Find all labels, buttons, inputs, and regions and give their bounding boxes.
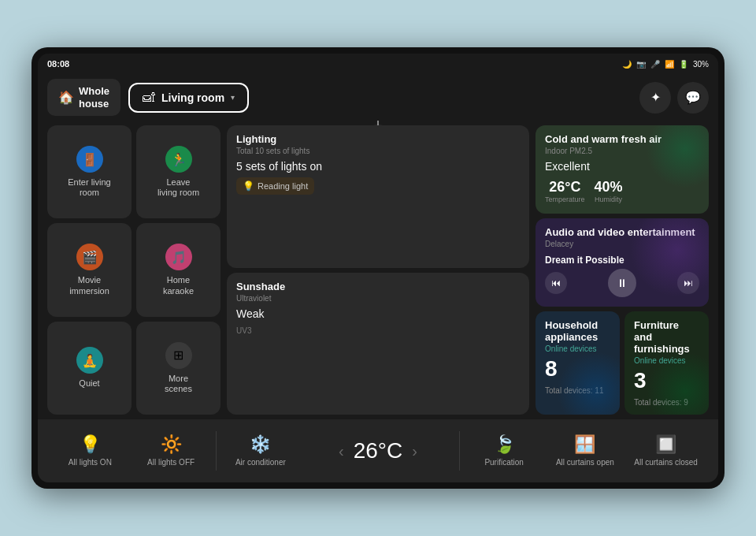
nav-bar: 🏠 Whole house 🛋 Living room ▾ ✦ 💬	[38, 74, 718, 121]
scene-movie[interactable]: 🎬 Movieimmersion	[47, 223, 132, 316]
scene-quiet[interactable]: 🧘 Quiet	[47, 322, 132, 415]
sofa-icon: 🛋	[143, 91, 155, 105]
temperature-control: ‹ 26°C ›	[305, 438, 451, 463]
message-button[interactable]: 💬	[677, 82, 709, 114]
temperature-label: Temperature	[545, 195, 585, 203]
temperature-display: 26°C	[354, 438, 403, 463]
sunshade-title: Sunshade	[236, 281, 520, 292]
prev-button[interactable]: ⏮	[545, 272, 567, 294]
whole-house-button[interactable]: 🏠 Whole house	[47, 79, 120, 116]
furniture-total: Total devices: 9	[634, 398, 699, 407]
purification-label: Purification	[484, 458, 523, 467]
all-lights-on-label: All lights ON	[69, 458, 112, 467]
chevron-down-icon: ▾	[231, 93, 235, 102]
air-subtitle: Indoor PM2.5	[545, 147, 699, 155]
right-bottom-row: Household appliances Online devices 8 To…	[536, 311, 709, 415]
quiet-icon: 🧘	[76, 347, 103, 374]
humidity-label: Humidity	[595, 195, 622, 203]
scene-movie-label: Movieimmersion	[69, 275, 109, 296]
scene-enter-label: Enter livingroom	[68, 177, 110, 198]
appliances-card: Household appliances Online devices 8 To…	[536, 311, 620, 415]
lighting-title: Lighting	[236, 133, 520, 145]
curtains-open-label: All curtains open	[556, 458, 614, 467]
living-room-label: Living room	[161, 91, 224, 104]
air-conditioner-button[interactable]: ❄️ Air conditioner	[224, 434, 298, 467]
all-lights-off-button[interactable]: 🔆 All lights OFF	[135, 434, 208, 467]
leave-icon: 🏃	[165, 146, 192, 173]
curtains-closed-button[interactable]: 🔲 All curtains closed	[629, 434, 702, 467]
device-frame: 08:08 🌙 📷 🎤 📶 🔋 30% 🏠 Whole house 🛋	[32, 47, 724, 489]
audio-card: Audio and video entertainment Delacey Dr…	[536, 218, 709, 307]
camera-icon: 📷	[636, 60, 646, 69]
scene-leave-living[interactable]: 🏃 Leaveliving room	[136, 125, 220, 218]
appliances-online-label: Online devices	[545, 344, 610, 353]
curtains-open-button[interactable]: 🪟 All curtains open	[549, 434, 622, 467]
lighting-subtitle: Total 10 sets of lights	[236, 147, 520, 155]
scene-quiet-label: Quiet	[79, 378, 99, 389]
sparkle-button[interactable]: ✦	[639, 82, 671, 114]
temperature-value: 26°C	[549, 179, 580, 195]
temperature-metric: 26°C Temperature	[545, 179, 585, 203]
status-time: 08:08	[47, 59, 69, 69]
all-lights-off-label: All lights OFF	[147, 458, 195, 467]
wifi-icon: 📶	[665, 60, 674, 69]
furniture-card: Furniture and furnishings Online devices…	[624, 311, 709, 415]
lighting-value: 5 sets of lights on	[236, 160, 520, 173]
sunshade-card: Sunshade Ultraviolet Weak UV3	[227, 273, 529, 415]
more-icon: ⊞	[165, 342, 192, 369]
bottom-bar: 💡 All lights ON 🔆 All lights OFF ❄️ Air …	[38, 419, 718, 482]
curtains-closed-icon: 🔲	[655, 434, 676, 455]
air-quality: Excellent	[545, 160, 699, 173]
ac-icon: ❄️	[250, 434, 271, 455]
uv-badge: UV3	[236, 326, 520, 335]
lights-on-icon: 💡	[80, 434, 101, 455]
main-content: 🚪 Enter livingroom 🏃 Leaveliving room 🎬 …	[38, 121, 718, 419]
scene-enter-living[interactable]: 🚪 Enter livingroom	[47, 125, 132, 218]
reading-light-badge[interactable]: 💡 Reading light	[236, 177, 314, 195]
audio-controls: ⏮ ⏸ ⏭	[545, 269, 699, 297]
audio-title: Audio and video entertainment	[545, 226, 699, 238]
scene-karaoke-label: Homekaraoke	[163, 275, 194, 296]
reading-light-label: Reading light	[258, 181, 308, 191]
pause-button[interactable]: ⏸	[608, 269, 636, 297]
mic-icon: 🎤	[650, 60, 660, 69]
curtains-closed-label: All curtains closed	[634, 458, 698, 467]
living-room-button[interactable]: 🛋 Living room ▾	[128, 83, 249, 113]
all-lights-on-button[interactable]: 💡 All lights ON	[54, 434, 127, 467]
moon-icon: 🌙	[622, 60, 632, 69]
scene-more-label: Morescenes	[165, 374, 192, 394]
appliances-title: Household appliances	[545, 319, 610, 343]
whole-house-label: Whole house	[79, 85, 109, 110]
scenes-panel: 🚪 Enter livingroom 🏃 Leaveliving room 🎬 …	[47, 125, 220, 415]
scene-karaoke[interactable]: 🎵 Homekaraoke	[136, 223, 220, 316]
light-icon: 💡	[243, 181, 254, 192]
home-icon: 🏠	[58, 90, 74, 105]
movie-icon: 🎬	[76, 244, 103, 270]
nav-right-buttons: ✦ 💬	[639, 82, 709, 114]
battery-icon: 🔋	[679, 60, 688, 69]
curtains-open-icon: 🪟	[574, 434, 595, 455]
bottom-divider-1	[216, 431, 217, 471]
scene-more[interactable]: ⊞ Morescenes	[136, 322, 220, 415]
right-panel: Cold and warm fresh air Indoor PM2.5 Exc…	[536, 125, 709, 415]
enter-icon: 🚪	[76, 146, 103, 173]
furniture-count: 3	[634, 368, 699, 393]
air-card: Cold and warm fresh air Indoor PM2.5 Exc…	[536, 125, 709, 214]
next-button[interactable]: ⏭	[677, 272, 699, 294]
audio-artist: Delacey	[545, 240, 699, 248]
sunshade-subtitle: Ultraviolet	[236, 294, 520, 303]
center-panel: Lighting Total 10 sets of lights 5 sets …	[227, 125, 529, 415]
lighting-card: Lighting Total 10 sets of lights 5 sets …	[227, 125, 529, 267]
temp-increase-button[interactable]: ›	[412, 442, 417, 460]
purification-icon: 🍃	[494, 434, 515, 455]
furniture-title: Furniture and furnishings	[634, 319, 699, 355]
screen: 08:08 🌙 📷 🎤 📶 🔋 30% 🏠 Whole house 🛋	[38, 54, 718, 482]
humidity-metric: 40% Humidity	[595, 179, 623, 203]
air-metrics: 26°C Temperature 40% Humidity	[545, 179, 699, 203]
bottom-divider-2	[459, 431, 460, 471]
air-title: Cold and warm fresh air	[545, 133, 699, 145]
purification-button[interactable]: 🍃 Purification	[468, 434, 541, 467]
appliances-count: 8	[545, 356, 610, 382]
audio-song: Dream it Possible	[545, 255, 699, 266]
temp-decrease-button[interactable]: ‹	[339, 442, 344, 460]
